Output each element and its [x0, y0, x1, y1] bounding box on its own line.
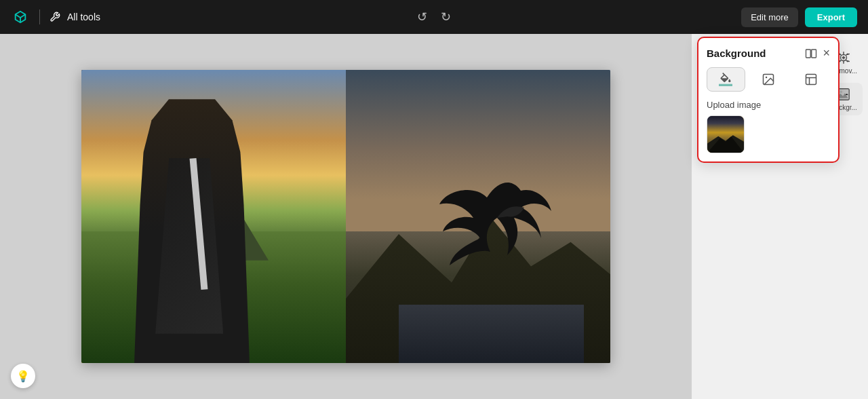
background-panel: Background ×	[697, 37, 840, 163]
export-button[interactable]: Export	[805, 7, 857, 27]
color-fill-icon	[719, 73, 732, 86]
undo-button[interactable]: ↺	[417, 11, 427, 23]
tools-icon	[50, 12, 60, 22]
canvas-right-panel	[346, 70, 610, 363]
edit-more-button[interactable]: Edit more	[741, 7, 798, 27]
all-tools-label: All tools	[67, 12, 100, 22]
redo-button[interactable]: ↻	[441, 11, 451, 23]
svg-point-3	[766, 77, 768, 79]
undo-redo-group: ↺ ↻	[417, 11, 451, 23]
layout-icon	[804, 73, 818, 86]
topbar-right: Edit more Export	[741, 7, 857, 27]
logo[interactable]	[11, 7, 30, 26]
bg-panel-header-icons: ×	[805, 46, 830, 60]
svg-rect-0	[806, 50, 811, 58]
svg-rect-4	[806, 75, 816, 85]
topbar: All tools ↺ ↻ Edit more Export	[0, 0, 868, 34]
all-tools-button[interactable]: All tools	[50, 12, 100, 22]
right-panel: Background ×	[692, 34, 868, 399]
canvas-split-image	[81, 70, 610, 363]
bg-panel-header: Background ×	[707, 46, 830, 60]
bg-image-thumbnail[interactable]	[707, 115, 745, 153]
canvas-left-panel	[81, 70, 346, 363]
bg-compare-button[interactable]	[805, 48, 817, 60]
bg-tabs	[707, 67, 830, 92]
bg-close-button[interactable]: ×	[823, 46, 830, 60]
bg-tab-color[interactable]	[707, 67, 745, 92]
bg-tab-image[interactable]	[749, 67, 788, 92]
main-area: 💡 Background ×	[0, 34, 868, 399]
bg-tab-layout[interactable]	[791, 67, 830, 92]
canvas-area: 💡	[0, 34, 692, 399]
bg-panel-title: Background	[707, 48, 766, 59]
lightbulb-icon: 💡	[16, 370, 30, 383]
bg-thumbnail-preview	[707, 116, 744, 153]
image-icon	[762, 73, 775, 86]
svg-point-6	[840, 91, 843, 94]
svg-rect-1	[812, 50, 816, 58]
close-icon: ×	[823, 46, 830, 60]
compare-icon	[805, 48, 817, 60]
lightbulb-button[interactable]: 💡	[11, 364, 35, 388]
upload-image-label: Upload image	[707, 100, 830, 110]
divider	[39, 10, 40, 24]
